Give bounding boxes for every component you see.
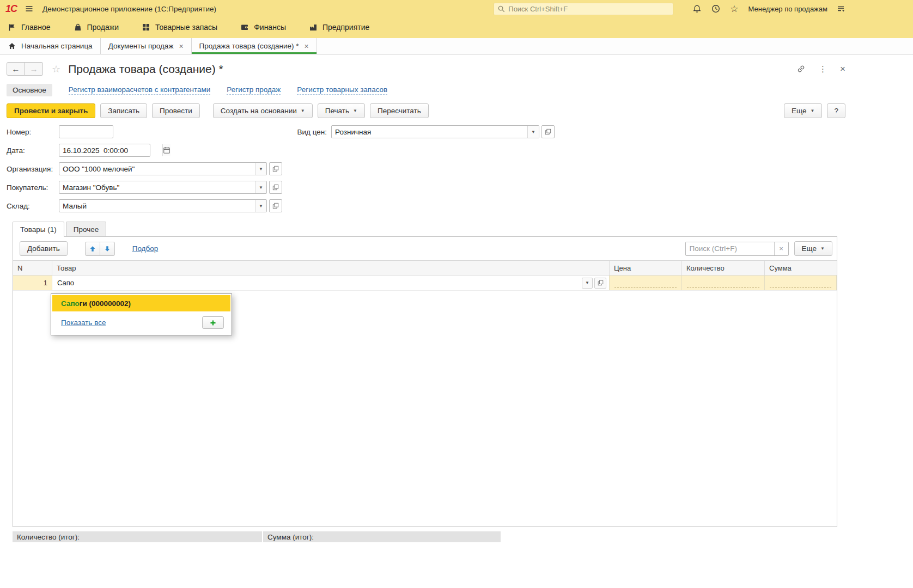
price-type-value[interactable]	[332, 126, 527, 138]
price-cell[interactable]	[610, 275, 682, 290]
column-header-sum[interactable]: Сумма	[765, 261, 837, 275]
home-icon	[8, 42, 16, 50]
1c-logo: 1С	[5, 3, 17, 15]
tab-goods-sale[interactable]: Продажа товара (создание) * ×	[192, 38, 317, 54]
tab-other[interactable]: Прочее	[66, 222, 106, 236]
date-field[interactable]	[59, 144, 150, 157]
post-and-close-button[interactable]: Провести и закрыть	[7, 103, 95, 118]
number-field[interactable]	[59, 125, 113, 138]
price-type-field[interactable]: ▼	[331, 125, 539, 138]
move-down-button[interactable]	[100, 242, 115, 256]
show-all-link[interactable]: Показать все	[61, 318, 106, 327]
history-icon[interactable]	[711, 4, 721, 14]
chevron-down-icon[interactable]: ▼	[255, 200, 266, 212]
forward-button[interactable]: →	[25, 62, 43, 76]
menu-item-enterprise[interactable]: Предприятие	[309, 23, 369, 32]
warehouse-value[interactable]	[59, 200, 255, 212]
open-product-button[interactable]	[594, 278, 606, 289]
main-menu-icon[interactable]	[25, 4, 34, 13]
button-label: Еще	[792, 107, 806, 115]
link-icon[interactable]	[796, 64, 806, 74]
customer-field[interactable]: ▼	[59, 181, 267, 194]
column-header-n[interactable]: N	[13, 261, 52, 275]
help-button[interactable]: ?	[827, 103, 845, 118]
add-new-item-button[interactable]	[202, 316, 224, 329]
organization-field[interactable]: ▼	[59, 162, 267, 175]
open-organization-button[interactable]	[269, 162, 282, 175]
column-header-quantity[interactable]: Количество	[682, 261, 765, 275]
favorite-star-icon[interactable]: ☆	[52, 63, 60, 75]
menu-item-main[interactable]: Главное	[8, 23, 51, 32]
global-search-input[interactable]	[508, 5, 669, 13]
grid-more-button[interactable]: Еще ▼	[794, 241, 832, 256]
notifications-bell-icon[interactable]	[692, 4, 702, 14]
close-form-icon[interactable]: ×	[840, 64, 845, 75]
sum-cell[interactable]	[765, 275, 837, 290]
column-header-price[interactable]: Цена	[610, 261, 682, 275]
tab-goods[interactable]: Товары (1)	[13, 222, 64, 237]
product-cell-value[interactable]: Сапо	[52, 279, 582, 287]
add-row-button[interactable]: Добавить	[20, 241, 68, 256]
bag-icon	[74, 23, 82, 32]
create-based-on-button[interactable]: Создать на основании ▼	[213, 103, 313, 118]
grid-search-input[interactable]	[686, 242, 774, 255]
product-cell[interactable]: Сапо ▼	[52, 275, 610, 290]
chevron-down-icon[interactable]: ▼	[255, 163, 266, 175]
save-button[interactable]: Записать	[100, 103, 147, 118]
menu-item-sales[interactable]: Продажи	[74, 23, 119, 32]
suggest-item-boots[interactable]: Сапоги (000000002)	[52, 295, 230, 311]
subnav-inventory-register[interactable]: Регистр товарных запасов	[297, 85, 387, 95]
favorites-star-icon[interactable]: ☆	[730, 3, 738, 15]
global-search[interactable]	[494, 3, 673, 15]
menu-item-label: Товарные запасы	[155, 23, 217, 32]
subnav-settlements-register[interactable]: Регистр взаиморасчетов с контрагентами	[69, 85, 210, 95]
user-menu-icon[interactable]	[836, 4, 845, 13]
factory-icon	[309, 23, 318, 32]
menu-item-label: Главное	[21, 23, 51, 32]
row-number-cell[interactable]: 1	[13, 275, 52, 290]
subnav-sales-register[interactable]: Регистр продаж	[227, 85, 281, 95]
menu-item-finance[interactable]: Финансы	[240, 23, 286, 32]
open-warehouse-button[interactable]	[269, 199, 282, 212]
current-user[interactable]: Менеджер по продажам	[748, 5, 827, 13]
move-up-button[interactable]	[85, 242, 100, 256]
more-button[interactable]: Еще ▼	[784, 103, 822, 118]
customer-value[interactable]	[59, 181, 255, 193]
chevron-down-icon[interactable]: ▼	[527, 126, 539, 138]
back-button[interactable]: ←	[7, 62, 25, 76]
customer-label: Покупатель:	[7, 183, 59, 192]
menu-item-inventory[interactable]: Товарные запасы	[142, 23, 217, 32]
tab-sales-documents[interactable]: Документы продаж ×	[101, 38, 192, 54]
flag-icon	[8, 23, 16, 32]
column-header-product[interactable]: Товар	[52, 261, 610, 275]
chevron-down-icon[interactable]: ▼	[582, 278, 593, 289]
menu-item-label: Продажи	[87, 23, 119, 32]
date-value[interactable]	[59, 144, 162, 156]
button-label: Еще	[802, 244, 817, 253]
calendar-icon[interactable]	[162, 144, 171, 156]
subnav-main[interactable]: Основное	[7, 84, 52, 96]
organization-value[interactable]	[59, 163, 255, 175]
close-icon[interactable]: ×	[179, 42, 183, 51]
button-label: Создать на основании	[221, 107, 297, 115]
open-customer-button[interactable]	[269, 181, 282, 194]
clear-search-icon[interactable]: ×	[774, 242, 788, 255]
pick-link[interactable]: Подбор	[132, 244, 159, 253]
close-icon[interactable]: ×	[305, 42, 309, 51]
grid-search[interactable]: ×	[685, 242, 789, 256]
quantity-cell[interactable]	[682, 275, 765, 290]
more-menu-icon[interactable]: ⋮	[819, 64, 827, 74]
product-suggest-popup: Сапоги (000000002) Показать все	[51, 293, 232, 335]
open-price-type-button[interactable]	[541, 125, 555, 138]
grid-toolbar: Добавить Подбор × Еще ▼	[13, 237, 837, 260]
print-button[interactable]: Печать ▼	[318, 103, 365, 118]
form-header: ← → ☆ Продажа товара (создание) * ⋮ ×	[0, 54, 913, 76]
table-row[interactable]: 1 Сапо ▼	[13, 275, 837, 291]
form-subnav: Основное Регистр взаиморасчетов с контра…	[0, 76, 913, 96]
chevron-down-icon[interactable]: ▼	[255, 181, 266, 193]
organization-label: Организация:	[7, 165, 59, 173]
post-button[interactable]: Провести	[152, 103, 200, 118]
warehouse-field[interactable]: ▼	[59, 199, 267, 212]
tab-home[interactable]: Начальная страница	[0, 38, 101, 54]
recalculate-button[interactable]: Пересчитать	[370, 103, 429, 118]
